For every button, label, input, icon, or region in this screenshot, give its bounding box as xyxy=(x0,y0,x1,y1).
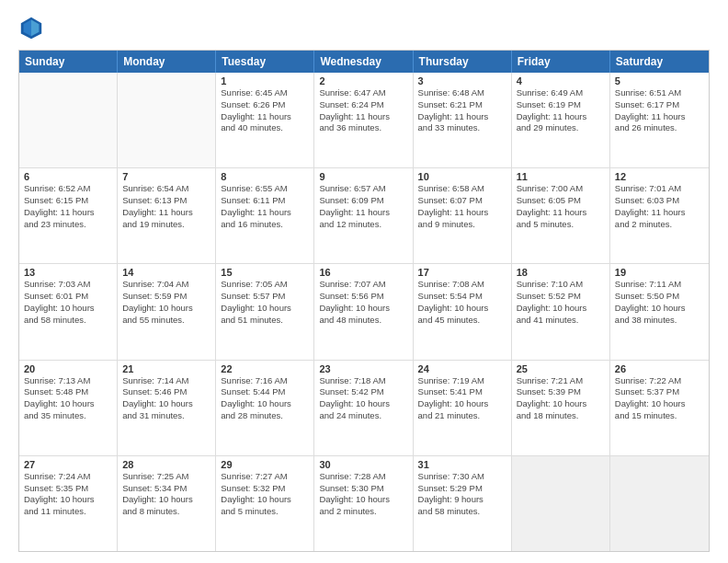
day-number: 9 xyxy=(319,171,407,182)
cal-cell-r1-c1: 7Sunrise: 6:54 AM Sunset: 6:13 PM Daylig… xyxy=(118,168,216,263)
day-number: 18 xyxy=(517,267,605,278)
weekday-header-thursday: Thursday xyxy=(414,51,512,73)
calendar-row-3: 20Sunrise: 7:13 AM Sunset: 5:48 PM Dayli… xyxy=(19,360,709,455)
day-info: Sunrise: 7:27 AM Sunset: 5:32 PM Dayligh… xyxy=(221,471,309,518)
day-number: 7 xyxy=(122,171,210,182)
cal-cell-r4-c3: 30Sunrise: 7:28 AM Sunset: 5:30 PM Dayli… xyxy=(314,456,413,551)
cal-cell-r4-c1: 28Sunrise: 7:25 AM Sunset: 5:34 PM Dayli… xyxy=(118,456,216,551)
day-number: 28 xyxy=(122,459,210,470)
day-number: 19 xyxy=(615,267,704,278)
day-number: 25 xyxy=(517,363,605,374)
cal-cell-r1-c3: 9Sunrise: 6:57 AM Sunset: 6:09 PM Daylig… xyxy=(314,168,413,263)
day-info: Sunrise: 6:52 AM Sunset: 6:15 PM Dayligh… xyxy=(24,183,112,230)
cal-cell-r3-c2: 22Sunrise: 7:16 AM Sunset: 5:44 PM Dayli… xyxy=(216,361,314,455)
day-info: Sunrise: 7:03 AM Sunset: 6:01 PM Dayligh… xyxy=(24,279,112,326)
day-number: 11 xyxy=(517,171,605,182)
day-number: 12 xyxy=(615,171,704,182)
day-number: 20 xyxy=(24,363,112,374)
day-number: 30 xyxy=(319,459,407,470)
header xyxy=(18,15,710,40)
day-number: 13 xyxy=(24,267,112,278)
cal-cell-r2-c4: 17Sunrise: 7:08 AM Sunset: 5:54 PM Dayli… xyxy=(414,264,512,359)
day-info: Sunrise: 7:04 AM Sunset: 5:59 PM Dayligh… xyxy=(122,279,210,326)
cal-cell-r3-c6: 26Sunrise: 7:22 AM Sunset: 5:37 PM Dayli… xyxy=(610,361,709,455)
cal-cell-r0-c6: 5Sunrise: 6:51 AM Sunset: 6:17 PM Daylig… xyxy=(610,73,709,167)
cal-cell-r1-c2: 8Sunrise: 6:55 AM Sunset: 6:11 PM Daylig… xyxy=(216,168,314,263)
logo xyxy=(18,15,48,40)
calendar-row-4: 27Sunrise: 7:24 AM Sunset: 5:35 PM Dayli… xyxy=(19,455,709,551)
day-info: Sunrise: 7:10 AM Sunset: 5:52 PM Dayligh… xyxy=(517,279,605,326)
day-info: Sunrise: 7:19 AM Sunset: 5:41 PM Dayligh… xyxy=(418,375,506,422)
day-number: 4 xyxy=(517,75,605,86)
day-info: Sunrise: 7:24 AM Sunset: 5:35 PM Dayligh… xyxy=(24,471,112,518)
day-number: 21 xyxy=(122,363,210,374)
cal-cell-r4-c0: 27Sunrise: 7:24 AM Sunset: 5:35 PM Dayli… xyxy=(19,456,118,551)
calendar-row-0: 1Sunrise: 6:45 AM Sunset: 6:26 PM Daylig… xyxy=(19,73,709,167)
calendar-body: 1Sunrise: 6:45 AM Sunset: 6:26 PM Daylig… xyxy=(19,73,709,551)
cal-cell-r2-c2: 15Sunrise: 7:05 AM Sunset: 5:57 PM Dayli… xyxy=(216,264,314,359)
day-number: 6 xyxy=(24,171,112,182)
day-info: Sunrise: 6:54 AM Sunset: 6:13 PM Dayligh… xyxy=(122,183,210,230)
weekday-header-friday: Friday xyxy=(512,51,610,73)
day-info: Sunrise: 7:07 AM Sunset: 5:56 PM Dayligh… xyxy=(319,279,407,326)
logo-icon xyxy=(18,15,44,40)
day-info: Sunrise: 7:05 AM Sunset: 5:57 PM Dayligh… xyxy=(221,279,309,326)
cal-cell-r2-c0: 13Sunrise: 7:03 AM Sunset: 6:01 PM Dayli… xyxy=(19,264,118,359)
day-info: Sunrise: 6:55 AM Sunset: 6:11 PM Dayligh… xyxy=(221,183,309,230)
day-info: Sunrise: 7:21 AM Sunset: 5:39 PM Dayligh… xyxy=(517,375,605,422)
day-info: Sunrise: 7:13 AM Sunset: 5:48 PM Dayligh… xyxy=(24,375,112,422)
day-number: 27 xyxy=(24,459,112,470)
cal-cell-r3-c4: 24Sunrise: 7:19 AM Sunset: 5:41 PM Dayli… xyxy=(414,361,512,455)
weekday-header-sunday: Sunday xyxy=(19,51,118,73)
day-number: 8 xyxy=(221,171,309,182)
cal-cell-r3-c3: 23Sunrise: 7:18 AM Sunset: 5:42 PM Dayli… xyxy=(314,361,413,455)
calendar-header: SundayMondayTuesdayWednesdayThursdayFrid… xyxy=(19,51,709,73)
cal-cell-r0-c3: 2Sunrise: 6:47 AM Sunset: 6:24 PM Daylig… xyxy=(314,73,413,167)
day-info: Sunrise: 7:01 AM Sunset: 6:03 PM Dayligh… xyxy=(615,183,704,230)
day-number: 31 xyxy=(418,459,506,470)
cal-cell-r4-c2: 29Sunrise: 7:27 AM Sunset: 5:32 PM Dayli… xyxy=(216,456,314,551)
cal-cell-r0-c2: 1Sunrise: 6:45 AM Sunset: 6:26 PM Daylig… xyxy=(216,73,314,167)
day-info: Sunrise: 6:45 AM Sunset: 6:26 PM Dayligh… xyxy=(221,87,309,134)
day-number: 23 xyxy=(319,363,407,374)
cal-cell-r0-c5: 4Sunrise: 6:49 AM Sunset: 6:19 PM Daylig… xyxy=(512,73,610,167)
weekday-header-saturday: Saturday xyxy=(610,51,709,73)
cal-cell-r0-c4: 3Sunrise: 6:48 AM Sunset: 6:21 PM Daylig… xyxy=(414,73,512,167)
calendar-row-1: 6Sunrise: 6:52 AM Sunset: 6:15 PM Daylig… xyxy=(19,167,709,263)
day-info: Sunrise: 6:47 AM Sunset: 6:24 PM Dayligh… xyxy=(319,87,407,134)
day-number: 10 xyxy=(418,171,506,182)
cal-cell-r0-c1 xyxy=(118,73,216,167)
cal-cell-r2-c1: 14Sunrise: 7:04 AM Sunset: 5:59 PM Dayli… xyxy=(118,264,216,359)
calendar-row-2: 13Sunrise: 7:03 AM Sunset: 6:01 PM Dayli… xyxy=(19,263,709,359)
day-number: 29 xyxy=(221,459,309,470)
day-info: Sunrise: 7:30 AM Sunset: 5:29 PM Dayligh… xyxy=(418,471,506,518)
calendar: SundayMondayTuesdayWednesdayThursdayFrid… xyxy=(18,50,710,552)
day-number: 15 xyxy=(221,267,309,278)
day-number: 26 xyxy=(615,363,704,374)
day-info: Sunrise: 7:22 AM Sunset: 5:37 PM Dayligh… xyxy=(615,375,704,422)
weekday-header-wednesday: Wednesday xyxy=(314,51,413,73)
cal-cell-r4-c6 xyxy=(610,456,709,551)
cal-cell-r1-c4: 10Sunrise: 6:58 AM Sunset: 6:07 PM Dayli… xyxy=(414,168,512,263)
day-info: Sunrise: 7:28 AM Sunset: 5:30 PM Dayligh… xyxy=(319,471,407,518)
day-number: 17 xyxy=(418,267,506,278)
cal-cell-r1-c5: 11Sunrise: 7:00 AM Sunset: 6:05 PM Dayli… xyxy=(512,168,610,263)
day-number: 5 xyxy=(615,75,704,86)
day-number: 16 xyxy=(319,267,407,278)
cal-cell-r2-c5: 18Sunrise: 7:10 AM Sunset: 5:52 PM Dayli… xyxy=(512,264,610,359)
day-info: Sunrise: 6:51 AM Sunset: 6:17 PM Dayligh… xyxy=(615,87,704,134)
day-number: 24 xyxy=(418,363,506,374)
cal-cell-r1-c0: 6Sunrise: 6:52 AM Sunset: 6:15 PM Daylig… xyxy=(19,168,118,263)
cal-cell-r3-c5: 25Sunrise: 7:21 AM Sunset: 5:39 PM Dayli… xyxy=(512,361,610,455)
day-info: Sunrise: 7:11 AM Sunset: 5:50 PM Dayligh… xyxy=(615,279,704,326)
cal-cell-r4-c5 xyxy=(512,456,610,551)
day-number: 22 xyxy=(221,363,309,374)
day-info: Sunrise: 6:58 AM Sunset: 6:07 PM Dayligh… xyxy=(418,183,506,230)
cal-cell-r2-c6: 19Sunrise: 7:11 AM Sunset: 5:50 PM Dayli… xyxy=(610,264,709,359)
day-number: 2 xyxy=(319,75,407,86)
day-info: Sunrise: 7:25 AM Sunset: 5:34 PM Dayligh… xyxy=(122,471,210,518)
day-info: Sunrise: 7:14 AM Sunset: 5:46 PM Dayligh… xyxy=(122,375,210,422)
day-info: Sunrise: 6:49 AM Sunset: 6:19 PM Dayligh… xyxy=(517,87,605,134)
day-info: Sunrise: 7:18 AM Sunset: 5:42 PM Dayligh… xyxy=(319,375,407,422)
day-info: Sunrise: 7:00 AM Sunset: 6:05 PM Dayligh… xyxy=(517,183,605,230)
